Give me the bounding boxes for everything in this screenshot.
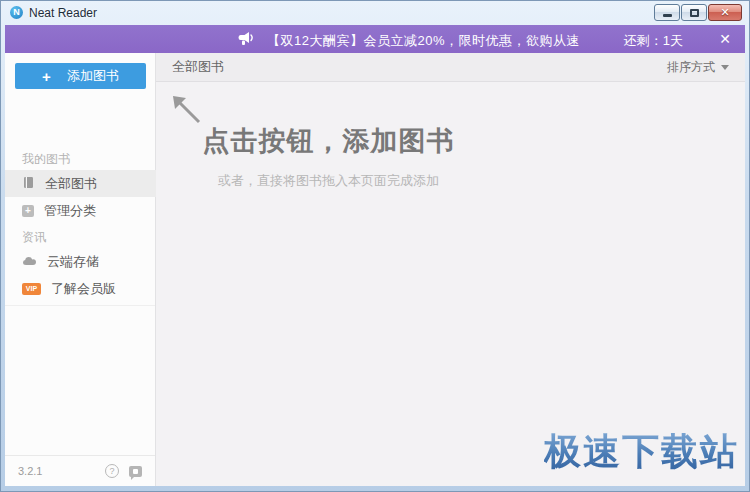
- minimize-button[interactable]: [654, 4, 680, 21]
- version-label: 3.2.1: [18, 465, 42, 477]
- plus-square-icon: +: [22, 205, 34, 217]
- minimize-icon: [663, 14, 672, 17]
- main-header: 全部图书 排序方式: [156, 53, 745, 82]
- title-bar: N Neat Reader ✕: [1, 1, 749, 25]
- plus-icon: +: [42, 69, 51, 84]
- empty-state: 点击按钮，添加图书 或者，直接将图书拖入本页面完成添加: [156, 123, 501, 190]
- promo-banner: 【双12大酬宾】会员立减20%，限时优惠，欲购从速 还剩：1天 ✕: [5, 25, 745, 53]
- main-area: 全部图书 排序方式 点击按钮，添加图书 或者，直接将图书拖入本页面完成添加 极速…: [156, 53, 745, 486]
- app-logo-icon: N: [10, 6, 23, 19]
- book-icon: [22, 176, 35, 192]
- promo-countdown: 还剩：1天: [624, 32, 683, 50]
- sort-dropdown[interactable]: 排序方式: [667, 59, 729, 76]
- promo-text: 【双12大酬宾】会员立减20%，限时优惠，欲购从速: [267, 32, 580, 50]
- watermark: 极速下载站: [544, 427, 739, 477]
- sidebar-item-vip[interactable]: VIP 了解会员版: [5, 275, 156, 302]
- empty-state-subtitle: 或者，直接将图书拖入本页面完成添加: [156, 172, 501, 190]
- close-icon: ✕: [720, 7, 729, 18]
- sidebar-item-all-books[interactable]: 全部图书: [5, 170, 156, 197]
- sidebar-divider: [5, 305, 155, 306]
- sidebar-item-cloud-storage[interactable]: 云端存储: [5, 248, 156, 275]
- cloud-icon: [22, 254, 37, 269]
- close-button[interactable]: ✕: [708, 4, 742, 21]
- feedback-icon[interactable]: [129, 466, 142, 477]
- sidebar-footer: 3.2.1 ?: [5, 455, 155, 486]
- sidebar-item-manage-categories[interactable]: + 管理分类: [5, 197, 156, 224]
- empty-state-title: 点击按钮，添加图书: [156, 123, 501, 159]
- section-label-news: 资讯: [22, 229, 46, 246]
- maximize-icon: [690, 9, 699, 17]
- app-window: N Neat Reader ✕ 【双12大酬宾】会员立减20%，限时优惠，欲购从…: [0, 0, 750, 492]
- window-title: Neat Reader: [29, 6, 97, 20]
- page-title: 全部图书: [172, 58, 224, 76]
- banner-close-icon[interactable]: ✕: [719, 31, 731, 47]
- add-books-button[interactable]: + 添加图书: [15, 63, 146, 89]
- sidebar: + 添加图书 我的图书 全部图书 + 管理分类 资讯: [5, 53, 156, 486]
- chevron-down-icon: [721, 65, 729, 74]
- maximize-button[interactable]: [681, 4, 707, 21]
- help-icon[interactable]: ?: [105, 464, 119, 478]
- section-label-my-books: 我的图书: [22, 151, 70, 168]
- vip-badge-icon: VIP: [22, 283, 41, 295]
- megaphone-icon: [238, 32, 255, 50]
